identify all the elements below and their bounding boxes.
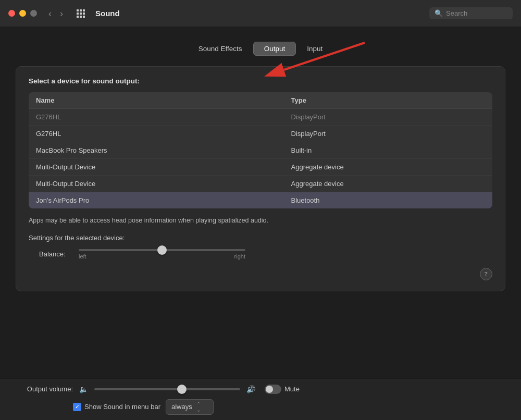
device-table: Name Type G276HL DisplayPort G276HL Disp… (29, 92, 492, 208)
titlebar: ‹ › Sound 🔍 (0, 0, 521, 27)
mute-label: Mute (284, 385, 300, 393)
volume-label: Output volume: (16, 385, 73, 393)
mute-row: Mute (265, 385, 300, 394)
col-header-type: Type (284, 92, 493, 109)
volume-slider[interactable] (94, 388, 240, 390)
info-text: Apps may be able to access head pose inf… (29, 216, 492, 226)
tab-output[interactable]: Output (253, 42, 296, 56)
nav-buttons: ‹ › (45, 8, 66, 19)
close-button[interactable] (8, 10, 15, 17)
table-row[interactable]: G276HL DisplayPort (29, 126, 492, 142)
device-type: DisplayPort (284, 109, 493, 126)
device-type: Built-in (284, 142, 493, 159)
device-type: Bluetooth (284, 192, 493, 209)
device-name: G276HL (29, 126, 284, 142)
device-name: Multi-Output Device (29, 176, 284, 192)
balance-slider[interactable]: left right (79, 249, 245, 260)
device-type: DisplayPort (284, 126, 493, 142)
output-panel: Select a device for sound output: Name T… (16, 66, 505, 291)
tab-sound-effects[interactable]: Sound Effects (188, 42, 253, 56)
show-menubar-label: Show Sound in menu bar (84, 403, 160, 411)
help-button[interactable]: ? (480, 268, 492, 280)
search-icon: 🔍 (435, 9, 443, 17)
table-row[interactable]: MacBook Pro Speakers Built-in (29, 142, 492, 159)
balance-track (79, 249, 245, 251)
show-menubar-checkbox-container[interactable]: ✓ Show Sound in menu bar (73, 403, 160, 411)
table-row[interactable]: Multi-Output Device Aggregate device (29, 176, 492, 192)
tab-input[interactable]: Input (296, 42, 333, 56)
balance-label: Balance: (39, 250, 70, 258)
volume-row: Output volume: 🔈 🔊 Mute (16, 385, 505, 394)
volume-high-icon: 🔊 (246, 385, 255, 393)
device-name: G276HL (29, 109, 284, 126)
menubar-row: ✓ Show Sound in menu bar always ⌃⌄ (73, 399, 505, 415)
device-type: Aggregate device (284, 176, 493, 192)
settings-section-label: Settings for the selected device: (29, 234, 492, 242)
balance-left-label: left (79, 253, 86, 260)
chevron-down-icon: ⌃⌄ (196, 401, 201, 413)
volume-thumb[interactable] (177, 385, 187, 394)
back-button[interactable]: ‹ (45, 8, 55, 19)
traffic-lights (8, 10, 37, 17)
table-row[interactable]: G276HL DisplayPort (29, 109, 492, 126)
help-row: ? (29, 268, 492, 280)
balance-row: Balance: left right (39, 249, 492, 260)
menubar-option-value: always (171, 403, 192, 411)
show-menubar-checkbox[interactable]: ✓ (73, 403, 81, 411)
table-row[interactable]: Jon's AirPods Pro Bluetooth (29, 192, 492, 209)
search-input[interactable] (446, 9, 508, 17)
device-name: Jon's AirPods Pro (29, 192, 284, 209)
table-row[interactable]: Multi-Output Device Aggregate device (29, 159, 492, 176)
volume-low-icon: 🔈 (79, 385, 88, 393)
minimize-button[interactable] (19, 10, 26, 17)
forward-button[interactable]: › (57, 8, 66, 19)
main-content: Sound Effects Output Input Select a devi… (0, 27, 521, 378)
menubar-option-dropdown[interactable]: always ⌃⌄ (166, 399, 214, 415)
search-bar: 🔍 (429, 7, 513, 19)
balance-thumb[interactable] (157, 245, 167, 255)
fullscreen-button[interactable] (30, 10, 37, 17)
tabs: Sound Effects Output Input (16, 42, 505, 56)
mute-toggle[interactable] (265, 385, 281, 394)
mute-toggle-knob (266, 386, 273, 393)
balance-right-label: right (234, 253, 245, 260)
device-type: Aggregate device (284, 159, 493, 176)
device-name: Multi-Output Device (29, 159, 284, 176)
panel-heading: Select a device for sound output: (29, 77, 492, 85)
page-title: Sound (95, 9, 120, 18)
device-name: MacBook Pro Speakers (29, 142, 284, 159)
col-header-name: Name (29, 92, 284, 109)
grid-icon[interactable] (77, 9, 86, 18)
bottom-bar: Output volume: 🔈 🔊 Mute ✓ Show Sound in … (0, 378, 521, 420)
